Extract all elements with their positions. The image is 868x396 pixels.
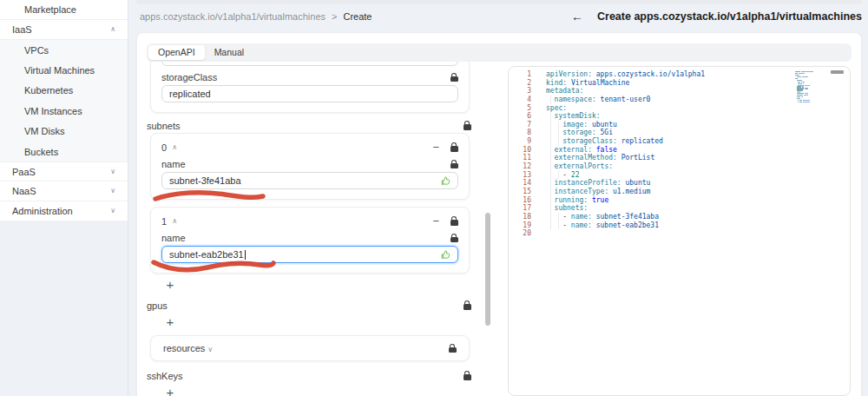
code-line: 5spec: [509,104,850,113]
sidebar-item-label: PaaS [12,167,36,177]
line-number: 16 [509,196,531,205]
sidebar-item-buckets[interactable]: Buckets [0,142,128,162]
page-title: Create apps.cozystack.io/v1alpha1/virtua… [597,10,862,23]
sidebar-item-vm-instances[interactable]: VM Instances [0,101,128,121]
sidebar-item-administration[interactable]: Administration∨ [0,201,128,221]
sidebar-item-naas[interactable]: NaaS∨ [0,182,128,201]
editor-minimap [795,71,821,105]
sidebar-item-label: Marketplace [24,4,76,15]
subnet-item-index: 1 [161,216,167,227]
sidebar: MarketplaceIaaS∧VPCsVirtual MachinesKube… [0,0,128,396]
code-line: 16running: true [509,196,850,205]
resources-card[interactable]: resources ∨ [150,335,470,361]
code-line: 17subnets: [509,204,850,213]
sidebar-item-kubernetes[interactable]: Kubernetes [0,81,128,101]
chevron-down-icon: ∨ [110,168,115,175]
lock-icon[interactable] [450,146,458,152]
field-label: name [161,159,186,169]
storage-class-value: replicated [169,89,211,99]
breadcrumb: apps.cozystack.io/v1alpha1/virtualmachin… [140,11,372,22]
lock-icon[interactable] [450,76,458,82]
subnet-item-header[interactable]: 1∧− [161,215,458,227]
subnet-item-index: 0 [161,142,167,153]
storage-input[interactable]: 5Gi [161,62,458,66]
lock-icon[interactable] [449,347,457,353]
sidebar-item-marketplace[interactable]: Marketplace [0,0,128,20]
add-gpu-button[interactable]: + [164,316,176,328]
back-arrow-icon[interactable]: ← [571,10,583,23]
sidebar-item-label: Kubernetes [24,85,73,96]
subnets-label: subnets [147,121,181,131]
sidebar-menu: MarketplaceIaaS∧VPCsVirtual MachinesKube… [0,0,128,221]
form-scrollbar-thumb[interactable] [485,213,490,326]
yaml-editor[interactable]: 1apiVersion: apps.cozystack.io/v1alpha12… [508,66,851,396]
remove-item-button[interactable]: − [432,142,439,153]
sidebar-item-iaas[interactable]: IaaS∧ [0,20,128,40]
lock-icon[interactable] [450,220,458,226]
code-line: 18- name: subnet-3fe41aba [509,213,850,221]
add-subnet-button[interactable]: + [164,279,176,291]
code-line: 15instanceType: u1.medium [509,188,850,196]
code-line: 6systemDisk: [509,112,850,121]
sidebar-item-vm-disks[interactable]: VM Disks [0,122,128,142]
sidebar-item-label: VPCs [24,45,49,56]
thumbs-up-icon [440,249,451,261]
line-number: 20 [509,229,531,238]
resources-label: resources ∨ [163,343,213,353]
breadcrumb-path[interactable]: apps.cozystack.io/v1alpha1/virtualmachin… [140,11,326,22]
chevron-down-icon: ∨ [110,208,115,214]
line-number: 18 [509,213,531,221]
sidebar-item-label: Administration [12,206,73,216]
sidebar-item-virtual-machines[interactable]: Virtual Machines [0,60,128,80]
line-number: 15 [509,188,531,196]
form-pane: 5Gi storageClass replicated subnets 0∧−n… [145,62,477,396]
line-number: 14 [509,179,531,188]
subnet-item-header[interactable]: 0∧− [161,142,458,153]
sidebar-item-label: NaaS [12,186,36,196]
code-line: 20 [509,229,850,238]
line-number: 13 [509,171,531,180]
subnet-name-value: subnet-3fe41aba [169,175,241,186]
code-line: 11externalMethod: PortList [509,154,850,162]
line-number: 7 [509,121,531,129]
chevron-down-icon: ∨ [110,188,115,195]
subnet-name-input[interactable]: subnet-eab2be31 [161,246,458,263]
sshkeys-label: sshKeys [147,371,183,381]
sidebar-item-label: IaaS [12,24,32,35]
line-number: 8 [509,129,531,137]
tab-openapi[interactable]: OpenAPI [148,45,205,60]
lock-icon[interactable] [464,304,471,310]
chevron-down-icon: ∨ [207,346,213,353]
minimap-slider[interactable] [831,70,844,74]
chevron-up-icon: ∧ [172,144,177,151]
lock-icon[interactable] [464,124,471,130]
top-strip [136,0,862,4]
sidebar-item-paas[interactable]: PaaS∨ [0,162,128,182]
sshkeys-section-header: sshKeys [147,370,471,381]
line-number: 6 [509,112,531,121]
remove-item-button[interactable]: − [432,215,439,227]
lock-icon[interactable] [450,163,458,169]
subnet-card-0: 0∧−namesubnet-3fe41aba [150,133,470,200]
add-sshkey-button[interactable]: + [164,386,176,396]
chevron-up-icon: ∧ [110,26,115,33]
line-number: 9 [509,137,531,146]
code-line: 12externalPorts: [509,162,850,171]
line-number: 11 [509,154,531,162]
code-line: 7image: ubuntu [509,121,850,129]
breadcrumb-separator: > [332,11,337,22]
line-number: 2 [509,79,531,88]
tab-manual[interactable]: Manual [205,45,253,60]
system-disk-card: 5Gi storageClass replicated [150,62,470,113]
chevron-up-icon: ∧ [172,218,177,225]
tab-bar: OpenAPIManual [147,43,852,62]
lock-icon[interactable] [450,237,458,243]
lock-icon[interactable] [464,374,471,380]
code-line: 13- 22 [509,171,850,180]
subnet-name-value: subnet-eab2be31 [169,249,244,260]
sidebar-item-label: VM Disks [24,126,64,136]
code-line: 10external: false [509,146,850,155]
sidebar-item-vpcs[interactable]: VPCs [0,40,128,60]
subnet-name-input[interactable]: subnet-3fe41aba [161,172,458,189]
storage-class-input[interactable]: replicated [161,85,458,102]
